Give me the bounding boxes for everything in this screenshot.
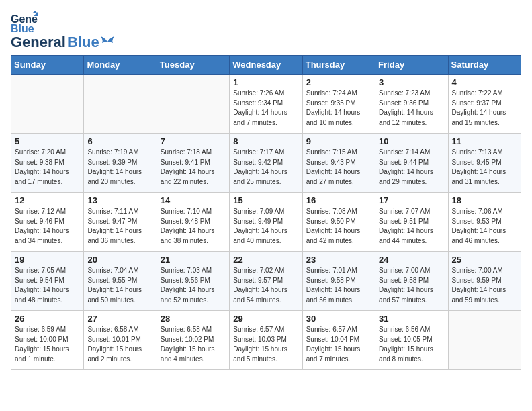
day-number: 9 — [306, 136, 371, 146]
weekday-saturday: Saturday — [448, 56, 521, 75]
day-cell: 9Sunrise: 7:15 AM Sunset: 9:43 PM Daylig… — [302, 134, 375, 193]
day-number: 25 — [452, 255, 517, 265]
day-number: 13 — [87, 195, 152, 205]
day-cell: 6Sunrise: 7:19 AM Sunset: 9:39 PM Daylig… — [84, 134, 157, 193]
day-number: 27 — [87, 314, 152, 324]
day-cell: 18Sunrise: 7:06 AM Sunset: 9:53 PM Dayli… — [448, 193, 521, 252]
day-number: 29 — [233, 314, 298, 324]
day-cell: 1Sunrise: 7:26 AM Sunset: 9:34 PM Daylig… — [230, 75, 302, 134]
day-info: Sunrise: 6:57 AM Sunset: 10:03 PM Daylig… — [233, 325, 298, 364]
day-info: Sunrise: 7:11 AM Sunset: 9:47 PM Dayligh… — [87, 207, 152, 246]
day-cell — [84, 75, 157, 134]
day-cell: 5Sunrise: 7:20 AM Sunset: 9:38 PM Daylig… — [11, 134, 84, 193]
day-info: Sunrise: 7:14 AM Sunset: 9:44 PM Dayligh… — [379, 148, 444, 187]
day-info: Sunrise: 6:59 AM Sunset: 10:00 PM Daylig… — [15, 325, 80, 364]
day-number: 28 — [161, 314, 226, 324]
day-info: Sunrise: 7:13 AM Sunset: 9:45 PM Dayligh… — [452, 148, 517, 187]
day-number: 6 — [87, 136, 152, 146]
day-cell: 27Sunrise: 6:58 AM Sunset: 10:01 PM Dayl… — [84, 311, 157, 370]
day-cell: 31Sunrise: 6:56 AM Sunset: 10:05 PM Dayl… — [375, 311, 448, 370]
day-info: Sunrise: 6:57 AM Sunset: 10:04 PM Daylig… — [306, 325, 371, 364]
week-row-4: 19Sunrise: 7:05 AM Sunset: 9:54 PM Dayli… — [11, 252, 521, 311]
day-info: Sunrise: 7:18 AM Sunset: 9:41 PM Dayligh… — [161, 148, 226, 187]
day-number: 4 — [452, 77, 517, 87]
day-cell: 19Sunrise: 7:05 AM Sunset: 9:54 PM Dayli… — [11, 252, 84, 311]
day-info: Sunrise: 7:17 AM Sunset: 9:42 PM Dayligh… — [233, 148, 298, 187]
week-row-2: 5Sunrise: 7:20 AM Sunset: 9:38 PM Daylig… — [11, 134, 521, 193]
logo-general: General — [11, 35, 66, 50]
day-info: Sunrise: 7:22 AM Sunset: 9:37 PM Dayligh… — [452, 89, 517, 128]
day-info: Sunrise: 7:07 AM Sunset: 9:51 PM Dayligh… — [379, 207, 444, 246]
day-number: 19 — [15, 255, 80, 265]
day-info: Sunrise: 7:05 AM Sunset: 9:54 PM Dayligh… — [15, 266, 80, 305]
weekday-friday: Friday — [375, 56, 448, 75]
svg-text:Blue: Blue — [11, 23, 34, 34]
day-cell: 21Sunrise: 7:03 AM Sunset: 9:56 PM Dayli… — [157, 252, 229, 311]
day-cell: 12Sunrise: 7:12 AM Sunset: 9:46 PM Dayli… — [11, 193, 84, 252]
day-info: Sunrise: 7:10 AM Sunset: 9:48 PM Dayligh… — [161, 207, 226, 246]
day-info: Sunrise: 6:58 AM Sunset: 10:01 PM Daylig… — [87, 325, 152, 364]
day-cell: 16Sunrise: 7:08 AM Sunset: 9:50 PM Dayli… — [302, 193, 375, 252]
day-info: Sunrise: 7:00 AM Sunset: 9:59 PM Dayligh… — [452, 266, 517, 305]
day-number: 21 — [161, 255, 226, 265]
day-info: Sunrise: 7:24 AM Sunset: 9:35 PM Dayligh… — [306, 89, 371, 128]
day-cell: 14Sunrise: 7:10 AM Sunset: 9:48 PM Dayli… — [157, 193, 229, 252]
day-number: 17 — [379, 195, 444, 205]
day-number: 3 — [379, 77, 444, 87]
day-number: 5 — [15, 136, 80, 146]
day-cell: 25Sunrise: 7:00 AM Sunset: 9:59 PM Dayli… — [448, 252, 521, 311]
day-number: 1 — [233, 77, 298, 87]
day-info: Sunrise: 7:06 AM Sunset: 9:53 PM Dayligh… — [452, 207, 517, 246]
day-cell: 30Sunrise: 6:57 AM Sunset: 10:04 PM Dayl… — [302, 311, 375, 370]
day-cell: 23Sunrise: 7:01 AM Sunset: 9:58 PM Dayli… — [302, 252, 375, 311]
logo: General Blue General Blue — [11, 11, 114, 50]
week-row-1: 1Sunrise: 7:26 AM Sunset: 9:34 PM Daylig… — [11, 75, 521, 134]
day-cell: 24Sunrise: 7:00 AM Sunset: 9:58 PM Dayli… — [375, 252, 448, 311]
day-info: Sunrise: 7:09 AM Sunset: 9:49 PM Dayligh… — [233, 207, 298, 246]
day-number: 24 — [379, 255, 444, 265]
day-number: 12 — [15, 195, 80, 205]
day-info: Sunrise: 7:15 AM Sunset: 9:43 PM Dayligh… — [306, 148, 371, 187]
day-number: 30 — [306, 314, 371, 324]
day-cell: 10Sunrise: 7:14 AM Sunset: 9:44 PM Dayli… — [375, 134, 448, 193]
day-cell: 8Sunrise: 7:17 AM Sunset: 9:42 PM Daylig… — [230, 134, 302, 193]
day-cell: 13Sunrise: 7:11 AM Sunset: 9:47 PM Dayli… — [84, 193, 157, 252]
weekday-monday: Monday — [84, 56, 157, 75]
day-number: 16 — [306, 195, 371, 205]
weekday-tuesday: Tuesday — [157, 56, 229, 75]
day-number: 15 — [233, 195, 298, 205]
logo-bird-icon — [101, 36, 114, 47]
day-cell: 20Sunrise: 7:04 AM Sunset: 9:55 PM Dayli… — [84, 252, 157, 311]
day-number: 23 — [306, 255, 371, 265]
day-info: Sunrise: 7:12 AM Sunset: 9:46 PM Dayligh… — [15, 207, 80, 246]
day-number: 20 — [87, 255, 152, 265]
day-number: 8 — [233, 136, 298, 146]
day-cell: 17Sunrise: 7:07 AM Sunset: 9:51 PM Dayli… — [375, 193, 448, 252]
day-info: Sunrise: 7:26 AM Sunset: 9:34 PM Dayligh… — [233, 89, 298, 128]
day-cell: 4Sunrise: 7:22 AM Sunset: 9:37 PM Daylig… — [448, 75, 521, 134]
day-info: Sunrise: 7:19 AM Sunset: 9:39 PM Dayligh… — [87, 148, 152, 187]
day-info: Sunrise: 7:04 AM Sunset: 9:55 PM Dayligh… — [87, 266, 152, 305]
day-cell — [157, 75, 229, 134]
logo-blue: Blue — [67, 35, 99, 50]
day-number: 31 — [379, 314, 444, 324]
weekday-wednesday: Wednesday — [230, 56, 302, 75]
day-info: Sunrise: 7:00 AM Sunset: 9:58 PM Dayligh… — [379, 266, 444, 305]
weekday-sunday: Sunday — [11, 56, 84, 75]
day-info: Sunrise: 7:01 AM Sunset: 9:58 PM Dayligh… — [306, 266, 371, 305]
day-number: 26 — [15, 314, 80, 324]
week-row-5: 26Sunrise: 6:59 AM Sunset: 10:00 PM Dayl… — [11, 311, 521, 370]
day-cell — [11, 75, 84, 134]
day-number: 22 — [233, 255, 298, 265]
day-info: Sunrise: 7:02 AM Sunset: 9:57 PM Dayligh… — [233, 266, 298, 305]
day-cell: 22Sunrise: 7:02 AM Sunset: 9:57 PM Dayli… — [230, 252, 302, 311]
weekday-thursday: Thursday — [302, 56, 375, 75]
day-info: Sunrise: 7:03 AM Sunset: 9:56 PM Dayligh… — [161, 266, 226, 305]
day-number: 11 — [452, 136, 517, 146]
day-number: 18 — [452, 195, 517, 205]
day-cell: 11Sunrise: 7:13 AM Sunset: 9:45 PM Dayli… — [448, 134, 521, 193]
weekday-header-row: SundayMondayTuesdayWednesdayThursdayFrid… — [11, 56, 521, 75]
day-cell: 2Sunrise: 7:24 AM Sunset: 9:35 PM Daylig… — [302, 75, 375, 134]
day-cell: 3Sunrise: 7:23 AM Sunset: 9:36 PM Daylig… — [375, 75, 448, 134]
day-cell: 29Sunrise: 6:57 AM Sunset: 10:03 PM Dayl… — [230, 311, 302, 370]
